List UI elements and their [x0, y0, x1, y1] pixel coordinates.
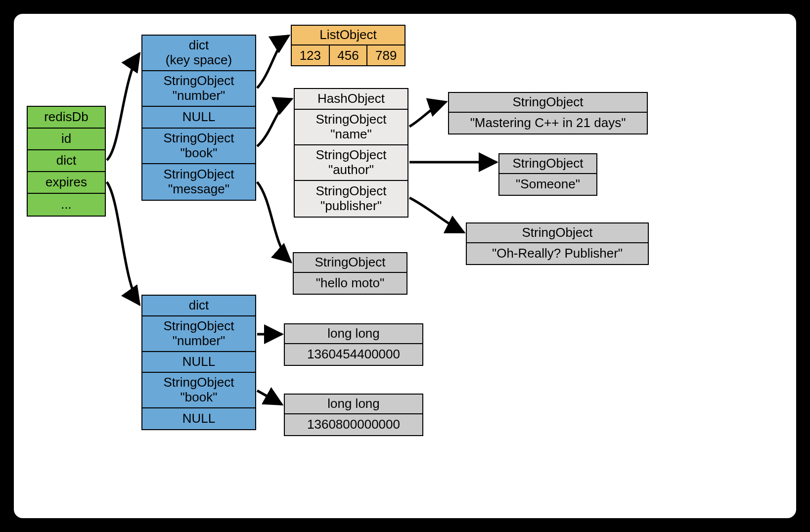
- keyspace-book: StringObject "book": [142, 129, 255, 164]
- value: "number": [173, 334, 225, 349]
- expires-book: StringObject "book": [142, 373, 255, 408]
- hashval-name-box: StringObject "Mastering C++ in 21 days": [448, 92, 648, 134]
- hashval-author-val: "Someone": [499, 174, 596, 195]
- redisdb-title: redisDb: [28, 107, 105, 129]
- label: StringObject: [163, 375, 234, 390]
- listobject-box: ListObject 123 456 789: [291, 25, 405, 66]
- hashval-author-box: StringObject "Someone": [498, 153, 597, 196]
- listobject-title: ListObject: [292, 26, 405, 45]
- listobject-item-2: 789: [367, 45, 405, 65]
- redisdb-id: id: [28, 129, 105, 150]
- hashobject-title: HashObject: [295, 89, 407, 110]
- listobject-item-0: 123: [292, 45, 330, 65]
- expireval-book-type: long long: [285, 395, 422, 414]
- hashval-publisher-type: StringObject: [467, 223, 648, 243]
- label: StringObject: [163, 167, 234, 182]
- redisdb-box: redisDb id dict expires ...: [27, 106, 106, 217]
- messageval-box: StringObject "hello moto": [293, 252, 407, 295]
- hashobject-publisher: StringObject "publisher": [295, 181, 407, 217]
- keyspace-title-2: (key space): [166, 53, 232, 68]
- redisdb-expires: expires: [28, 172, 105, 194]
- label: StringObject: [163, 74, 234, 89]
- value: "author": [328, 163, 374, 177]
- hashobject-box: HashObject StringObject "name" StringObj…: [294, 88, 408, 218]
- label: StringObject: [315, 184, 386, 199]
- expireval-book-box: long long 1360800000000: [284, 394, 423, 436]
- hashval-name-type: StringObject: [449, 93, 647, 113]
- expires-title: dict: [142, 296, 255, 316]
- hashobject-author: StringObject "author": [295, 145, 407, 181]
- hashobject-name: StringObject "name": [295, 110, 407, 145]
- expires-number: StringObject "number": [142, 316, 255, 352]
- expires-null1: NULL: [142, 352, 255, 373]
- hashval-publisher-val: "Oh-Really? Publisher": [467, 243, 648, 264]
- label: StringObject: [163, 131, 234, 146]
- diagram-canvas: { "redisDb": { "title": "redisDb", "fiel…: [14, 14, 796, 518]
- expireval-number-type: long long: [285, 324, 422, 344]
- keyspace-box: dict (key space) StringObject "number" N…: [141, 35, 256, 201]
- label: StringObject: [315, 112, 386, 127]
- messageval-type: StringObject: [294, 253, 406, 273]
- hashval-author-type: StringObject: [499, 154, 596, 174]
- keyspace-title: dict (key space): [142, 36, 255, 71]
- label: StringObject: [315, 148, 386, 163]
- redisdb-dict: dict: [28, 150, 105, 172]
- expireval-book-val: 1360800000000: [285, 414, 422, 435]
- redisdb-more: ...: [28, 194, 105, 216]
- value: "name": [330, 127, 372, 142]
- value: "number": [173, 89, 225, 103]
- listobject-items: 123 456 789: [292, 45, 405, 65]
- keyspace-title-1: dict: [189, 38, 209, 53]
- label: StringObject: [163, 319, 234, 334]
- hashval-name-val: "Mastering C++ in 21 days": [449, 113, 647, 133]
- keyspace-number: StringObject "number": [142, 71, 255, 107]
- value: "book": [180, 390, 218, 405]
- expireval-number-box: long long 1360454400000: [284, 323, 423, 366]
- keyspace-message: StringObject "message": [142, 164, 255, 200]
- listobject-item-1: 456: [330, 45, 368, 65]
- value: "message": [168, 182, 229, 197]
- expires-box: dict StringObject "number" NULL StringOb…: [141, 295, 256, 430]
- hashval-publisher-box: StringObject "Oh-Really? Publisher": [466, 222, 649, 265]
- messageval-val: "hello moto": [294, 273, 406, 294]
- value: "publisher": [320, 199, 382, 214]
- expires-null2: NULL: [142, 408, 255, 429]
- expireval-number-val: 1360454400000: [285, 344, 422, 365]
- value: "book": [180, 146, 218, 161]
- keyspace-null: NULL: [142, 107, 255, 129]
